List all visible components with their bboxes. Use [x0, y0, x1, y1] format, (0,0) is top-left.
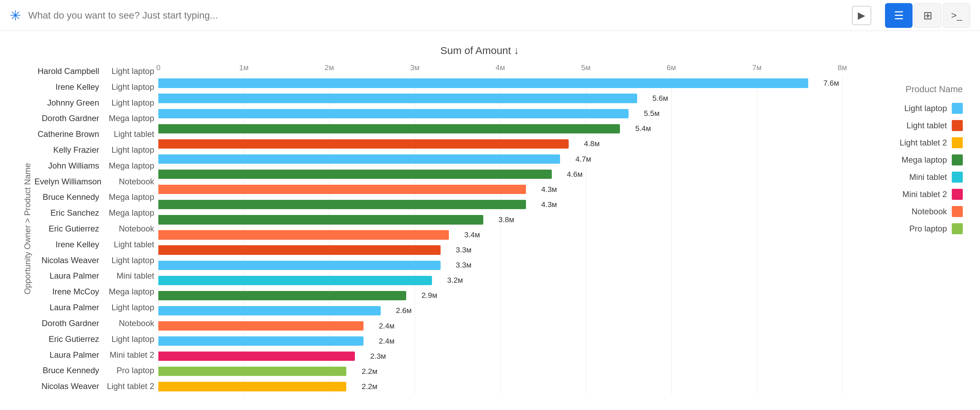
- row-label-15: Laura PalmerLight laptop: [34, 299, 158, 315]
- bar-row-5: 4.7м: [158, 151, 842, 166]
- bar-row-16: 2.4м: [158, 318, 842, 334]
- owner-name-1: Irene Kelley: [34, 82, 103, 92]
- bar-row-7: 4.3м: [158, 182, 842, 197]
- x-axis-label-4: 4м: [496, 63, 505, 72]
- row-label-20: Nicolas WeaverLight tablet 2: [34, 378, 158, 394]
- bar-label-3: 5.4м: [635, 124, 651, 133]
- bar-label-6: 4.6м: [567, 170, 583, 179]
- bar-label-19: 2.2м: [362, 367, 378, 376]
- legend-color-2: [952, 137, 963, 148]
- bar-row-0: 7.6м: [158, 76, 842, 91]
- bar-0[interactable]: 7.6м: [158, 78, 808, 88]
- owner-name-8: Bruce Kennedy: [34, 192, 103, 202]
- x-axis-label-1: 1м: [239, 63, 248, 72]
- owner-name-9: Eric Sanchez: [34, 208, 103, 218]
- legend-color-0: [952, 103, 963, 114]
- legend-label-7: Pro laptop: [910, 224, 947, 234]
- table-view-button[interactable]: ⊞: [914, 3, 942, 28]
- product-name-13: Mini tablet: [103, 271, 158, 281]
- bar-label-11: 3.3м: [456, 245, 472, 255]
- main-content: Sum of Amount ↓ Opportunity Owner > Prod…: [0, 31, 980, 410]
- row-label-13: Laura PalmerMini tablet: [34, 268, 158, 284]
- bar-row-12: 3.3м: [158, 258, 842, 273]
- owner-name-15: Laura Palmer: [34, 303, 103, 312]
- bar-label-16: 2.4м: [379, 321, 395, 331]
- product-name-10: Notebook: [103, 224, 158, 234]
- bar-5[interactable]: 4.7м: [158, 154, 560, 164]
- row-label-3: Doroth GardnerMega laptop: [34, 111, 158, 126]
- bar-row-6: 4.6м: [158, 167, 842, 182]
- bar-10[interactable]: 3.4м: [158, 230, 449, 239]
- bar-2[interactable]: 5.5м: [158, 109, 628, 118]
- bar-14[interactable]: 2.9м: [158, 291, 406, 300]
- legend-item-3: Mega laptop: [849, 154, 963, 165]
- bar-row-15: 2.6м: [158, 303, 842, 318]
- row-label-6: John WilliamsMega laptop: [34, 158, 158, 174]
- bar-7[interactable]: 4.3м: [158, 185, 526, 194]
- owner-name-2: Johnny Green: [34, 98, 103, 108]
- legend-item-2: Light tablet 2: [849, 137, 963, 148]
- x-axis-label-3: 3м: [410, 63, 419, 72]
- product-name-6: Mega laptop: [103, 161, 158, 171]
- x-axis-label-6: 6м: [667, 63, 676, 72]
- bar-label-12: 3.3м: [456, 261, 472, 270]
- bar-row-4: 4.8м: [158, 136, 842, 151]
- bar-row-10: 3.4м: [158, 227, 842, 242]
- bar-label-20: 2.2м: [362, 382, 378, 391]
- bar-19[interactable]: 2.2м: [158, 367, 346, 376]
- owner-name-17: Eric Gutierrez: [34, 334, 103, 344]
- bar-label-17: 2.4м: [379, 337, 395, 346]
- bar-12[interactable]: 3.3м: [158, 261, 441, 270]
- row-label-9: Eric SanchezMega laptop: [34, 205, 158, 221]
- bar-20[interactable]: 2.2м: [158, 382, 346, 391]
- legend-label-6: Notebook: [912, 207, 947, 216]
- product-name-19: Pro laptop: [103, 366, 158, 375]
- chart-view-button[interactable]: ☰: [885, 3, 913, 28]
- row-label-11: Irene KelleyLight tablet: [34, 237, 158, 252]
- row-label-16: Doroth GardnerNotebook: [34, 315, 158, 331]
- bar-label-8: 4.3м: [541, 200, 557, 209]
- bar-row-9: 3.8м: [158, 212, 842, 227]
- owner-name-0: Harold Campbell: [34, 66, 103, 76]
- product-name-2: Light laptop: [103, 98, 158, 108]
- x-axis-label-5: 5м: [581, 63, 590, 72]
- owner-name-3: Doroth Gardner: [34, 114, 103, 123]
- product-name-12: Light laptop: [103, 256, 158, 265]
- bar-row-1: 5.6м: [158, 91, 842, 106]
- bar-1[interactable]: 5.6м: [158, 93, 637, 103]
- bar-13[interactable]: 3.2м: [158, 276, 432, 285]
- bar-17[interactable]: 2.4м: [158, 336, 363, 346]
- chart-area: Sum of Amount ↓ Opportunity Owner > Prod…: [0, 31, 980, 410]
- owner-name-14: Irene McCoy: [34, 287, 103, 296]
- bar-4[interactable]: 4.8м: [158, 139, 569, 149]
- bar-row-2: 5.5м: [158, 106, 842, 121]
- legend-title: Product Name: [849, 84, 963, 95]
- bar-label-2: 5.5м: [644, 109, 660, 118]
- owner-name-11: Irene Kelley: [34, 240, 103, 249]
- y-axis-label: Opportunity Owner > Product Name: [21, 63, 34, 394]
- owner-name-10: Eric Gutierrez: [34, 224, 103, 234]
- bar-9[interactable]: 3.8м: [158, 215, 483, 224]
- legend-color-1: [952, 120, 963, 131]
- row-label-19: Bruce KennedyPro laptop: [34, 363, 158, 378]
- bar-6[interactable]: 4.6м: [158, 169, 552, 179]
- bar-15[interactable]: 2.6м: [158, 306, 381, 315]
- legend-color-4: [952, 172, 963, 183]
- search-input[interactable]: [28, 6, 845, 25]
- owner-name-5: Kelly Frazier: [34, 145, 103, 155]
- x-axis-label-8: 8м: [837, 63, 847, 72]
- bar-16[interactable]: 2.4м: [158, 321, 363, 331]
- legend-item-6: Notebook: [849, 206, 963, 217]
- bar-8[interactable]: 4.3м: [158, 200, 526, 209]
- bar-3[interactable]: 5.4м: [158, 124, 620, 133]
- play-button[interactable]: ▶: [852, 6, 871, 25]
- bar-18[interactable]: 2.3м: [158, 351, 355, 361]
- legend-color-5: [952, 189, 963, 200]
- code-view-button[interactable]: >_: [943, 3, 970, 28]
- product-name-9: Mega laptop: [103, 208, 158, 218]
- row-label-2: Johnny GreenLight laptop: [34, 95, 158, 111]
- legend-item-5: Mini tablet 2: [849, 189, 963, 200]
- row-label-10: Eric GutierrezNotebook: [34, 221, 158, 237]
- bar-row-17: 2.4м: [158, 334, 842, 349]
- bar-11[interactable]: 3.3м: [158, 245, 441, 255]
